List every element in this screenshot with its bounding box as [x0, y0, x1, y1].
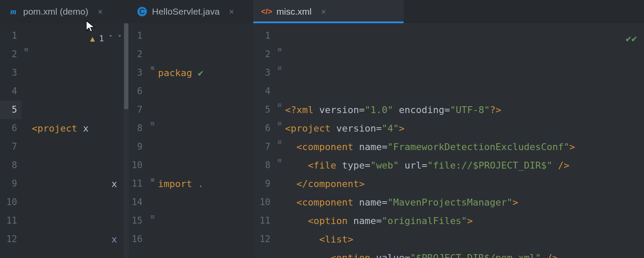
tab-label: misc.xml [276, 6, 312, 17]
fold-toggle-icon[interactable]: ⊟ [23, 46, 29, 53]
tab-label: HelloServlet.java [152, 6, 220, 17]
chevron-up-icon[interactable]: ˆ [108, 29, 113, 48]
editor-pane-misc: 1 2 3 4 5 6 7 8 9 10 11 12 ⊟ ⊟ ⊟ ⊟ ⊟ ⊟ ✔… [253, 23, 644, 258]
editor-area: 1 2 3 4 5 6 7 8 9 10 11 12 ⊟ <project x … [0, 23, 644, 258]
fold-toggle-icon[interactable]: ⊟ [276, 64, 283, 71]
fold-toggle-icon[interactable]: ⊟ [276, 138, 283, 145]
tab-misc-xml[interactable]: misc.xml × [253, 0, 404, 23]
fold-column: ⊟ ⊟ ⊟ ⊟ ⊟ ⊟ [275, 23, 285, 258]
fold-end-icon[interactable]: ⊟ [276, 101, 283, 108]
line-number: 3 [253, 64, 275, 82]
inspection-widget[interactable]: ▲ 1 ˆ ˇ [90, 29, 122, 48]
xml-file-icon [262, 7, 271, 16]
close-icon[interactable]: × [321, 7, 326, 17]
line-number: 4 [0, 82, 21, 101]
fold-toggle-icon[interactable]: ⊞ [149, 176, 155, 183]
line-number: 2 [253, 45, 275, 64]
fold-toggle-icon[interactable]: ⊟ [149, 120, 155, 127]
line-number: 3 [0, 64, 21, 82]
line-number: 2 [129, 45, 147, 64]
line-number: 6 [253, 119, 275, 138]
line-number: 5 [253, 101, 275, 119]
line-number: 9 [253, 175, 275, 193]
fold-toggle-icon[interactable]: ⊟ [276, 157, 283, 164]
tab-pom-xml[interactable]: m pom.xml (demo) × [0, 0, 129, 23]
fold-toggle-icon[interactable]: ⊟ [276, 46, 283, 53]
line-number: 4 [253, 82, 275, 101]
fold-toggle-icon[interactable]: ⊞ [149, 64, 155, 71]
maven-file-icon: m [9, 7, 18, 16]
warning-count: 1 [99, 29, 104, 48]
line-number: 9 [129, 138, 147, 156]
checkmark-icon: ✔ [198, 68, 204, 78]
editor-pane-servlet: 1 2 3 6 7 8 9 10 11 14 15 16 ⊞ ⊟ ⊞ ⊟ pac… [129, 23, 253, 258]
line-number: 12 [0, 230, 21, 249]
line-gutter: 1 2 3 4 5 6 7 8 9 10 11 12 [253, 23, 275, 258]
code-area[interactable]: <project x x x <model <group <artif <ver… [32, 23, 129, 258]
tab-label: pom.xml (demo) [23, 6, 88, 17]
line-number: 8 [129, 119, 147, 138]
chevron-down-icon[interactable]: ˇ [117, 29, 122, 48]
fold-toggle-icon[interactable]: ⊟ [276, 120, 283, 127]
warning-icon: ▲ [90, 29, 95, 48]
line-number: 15 [129, 212, 147, 230]
line-number: 8 [253, 156, 275, 175]
editor-tab-bar: m pom.xml (demo) × C HelloServlet.java ×… [0, 0, 644, 23]
close-icon[interactable]: × [98, 7, 103, 17]
line-number: 6 [129, 82, 147, 101]
line-number: 6 [0, 119, 21, 138]
line-number: 11 [0, 212, 21, 230]
line-number: 5 [0, 101, 21, 119]
line-number: 7 [253, 138, 275, 156]
editor-pane-pom: 1 2 3 4 5 6 7 8 9 10 11 12 ⊟ <project x … [0, 23, 129, 258]
line-number: 2 [0, 45, 21, 64]
code-area[interactable]: ✔✔ <?xml version="1.0" encoding="UTF-8"?… [285, 23, 644, 258]
code-area[interactable]: packag ✔ import . @WebServl public cl pr… [158, 23, 253, 258]
tab-hello-servlet[interactable]: C HelloServlet.java × [129, 0, 253, 23]
line-number: 11 [129, 175, 147, 193]
line-number: 7 [129, 101, 147, 119]
line-gutter: 1 2 3 4 5 6 7 8 9 10 11 12 [0, 23, 21, 258]
line-gutter: 1 2 3 6 7 8 9 10 11 14 15 16 [129, 23, 148, 258]
line-number: 10 [253, 193, 275, 212]
line-number: 10 [0, 193, 21, 212]
line-number: 12 [253, 230, 275, 249]
line-number: 3 [129, 64, 147, 82]
line-number: 11 [253, 212, 275, 230]
fold-column: ⊞ ⊟ ⊞ ⊟ [148, 23, 158, 258]
line-number: 7 [0, 138, 21, 156]
line-number: 8 [0, 156, 21, 175]
line-number: 1 [129, 27, 147, 45]
close-icon[interactable]: × [229, 7, 234, 17]
inspection-widget[interactable]: ✔✔ [626, 29, 638, 48]
line-number: 14 [129, 193, 147, 212]
fold-column: ⊟ [21, 23, 32, 258]
line-number: 1 [253, 27, 275, 45]
line-number: 16 [129, 230, 147, 249]
line-number: 10 [129, 156, 147, 175]
checkmark-icon: ✔✔ [626, 29, 638, 48]
line-number: 9 [0, 175, 21, 193]
scrollbar[interactable] [124, 23, 129, 258]
java-class-icon: C [137, 7, 147, 16]
line-number: 1 [0, 27, 21, 45]
fold-toggle-icon[interactable]: ⊟ [149, 213, 155, 220]
